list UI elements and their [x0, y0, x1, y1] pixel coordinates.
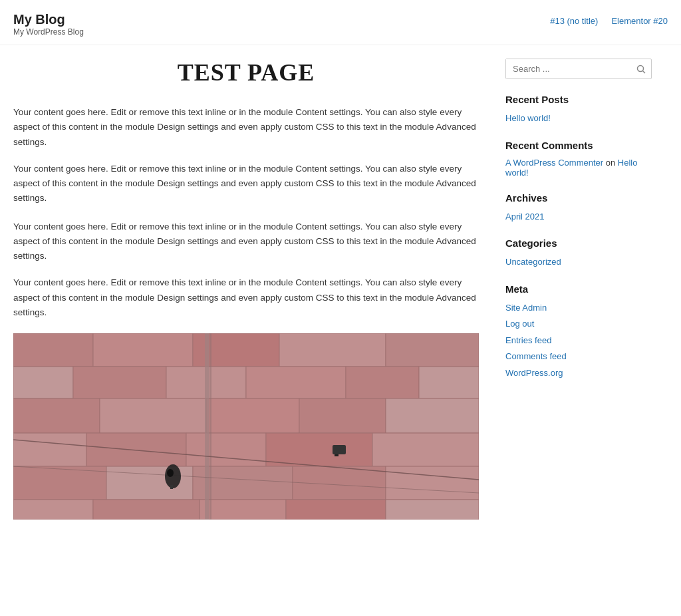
archive-link-1[interactable]: April 2021	[505, 210, 652, 224]
featured-image	[13, 333, 479, 520]
site-title: My Blog	[13, 12, 84, 27]
svg-rect-2	[93, 333, 193, 367]
comment-on-text: on	[603, 158, 618, 168]
svg-rect-39	[333, 445, 346, 454]
svg-rect-15	[299, 398, 386, 433]
site-header: My Blog My WordPress Blog #13 (no title)…	[0, 0, 681, 45]
content-wrapper: TEST PAGE Your content goes here. Edit o…	[0, 45, 681, 520]
recent-comment-item-1: A WordPress Commenter on Hello world!	[505, 158, 652, 178]
svg-rect-21	[372, 433, 479, 466]
site-wrapper: My Blog My WordPress Blog #13 (no title)…	[0, 0, 681, 520]
svg-rect-26	[386, 466, 479, 500]
comment-author-link[interactable]: A WordPress Commenter	[505, 158, 603, 168]
search-input[interactable]	[506, 59, 631, 78]
svg-rect-20	[266, 433, 372, 466]
svg-rect-6	[13, 367, 73, 398]
meta-link-site-admin[interactable]: Site Admin	[505, 301, 652, 315]
svg-rect-5	[386, 333, 479, 367]
svg-rect-22	[13, 466, 106, 500]
meta-link-entries-feed[interactable]: Entries feed	[505, 334, 652, 347]
content-paragraph-1: Your content goes here. Edit or remove t…	[13, 105, 479, 150]
widget-meta: Meta Site Admin Log out Entries feed Com…	[505, 283, 652, 380]
recent-posts-title: Recent Posts	[505, 94, 652, 105]
widget-categories: Categories Uncategorized	[505, 237, 652, 269]
search-button[interactable]	[631, 61, 651, 78]
svg-rect-10	[346, 367, 419, 398]
site-branding: My Blog My WordPress Blog	[13, 12, 84, 37]
widget-archives: Archives April 2021	[505, 192, 652, 224]
nav-link-2[interactable]: Elementor #20	[611, 16, 668, 26]
categories-title: Categories	[505, 237, 652, 249]
svg-rect-40	[335, 454, 339, 456]
meta-link-log-out[interactable]: Log out	[505, 317, 652, 331]
svg-rect-17	[13, 433, 86, 466]
main-content: TEST PAGE Your content goes here. Edit o…	[13, 59, 479, 520]
header-nav: #13 (no title) Elementor #20	[550, 12, 668, 26]
nav-link-1[interactable]: #13 (no title)	[550, 16, 598, 26]
svg-rect-27	[13, 500, 93, 520]
svg-rect-12	[13, 398, 100, 433]
svg-rect-38	[170, 485, 173, 489]
page-title: TEST PAGE	[13, 59, 479, 86]
svg-rect-7	[73, 367, 166, 398]
svg-line-42	[643, 71, 646, 73]
svg-rect-4	[279, 333, 386, 367]
widget-recent-comments: Recent Comments A WordPress Commenter on…	[505, 140, 652, 178]
svg-rect-32	[205, 333, 209, 520]
svg-rect-31	[386, 500, 479, 520]
svg-rect-13	[100, 398, 206, 433]
svg-rect-18	[86, 433, 186, 466]
svg-rect-30	[286, 500, 386, 520]
svg-rect-9	[246, 367, 346, 398]
content-paragraph-3: Your content goes here. Edit or remove t…	[13, 220, 479, 264]
svg-point-37	[167, 469, 174, 477]
search-box	[505, 59, 652, 79]
site-tagline: My WordPress Blog	[13, 27, 84, 37]
widget-recent-posts: Recent Posts Hello world!	[505, 94, 652, 125]
archives-title: Archives	[505, 192, 652, 204]
recent-post-link-1[interactable]: Hello world!	[505, 112, 652, 125]
svg-rect-19	[186, 433, 266, 466]
svg-rect-1	[13, 333, 93, 367]
svg-point-36	[165, 464, 181, 488]
content-paragraph-4: Your content goes here. Edit or remove t…	[13, 275, 479, 320]
svg-rect-29	[200, 500, 286, 520]
content-paragraph-2: Your content goes here. Edit or remove t…	[13, 162, 479, 206]
svg-rect-14	[206, 398, 299, 433]
svg-rect-16	[386, 398, 479, 433]
sidebar: Recent Posts Hello world! Recent Comment…	[505, 59, 652, 520]
category-link-1[interactable]: Uncategorized	[505, 255, 652, 269]
recent-comments-title: Recent Comments	[505, 140, 652, 151]
svg-rect-11	[419, 367, 479, 398]
svg-rect-33	[209, 333, 211, 520]
search-icon	[636, 65, 646, 74]
meta-link-wordpress-org[interactable]: WordPress.org	[505, 367, 652, 380]
svg-rect-28	[93, 500, 200, 520]
svg-point-41	[638, 65, 644, 71]
meta-link-comments-feed[interactable]: Comments feed	[505, 350, 652, 363]
meta-title: Meta	[505, 283, 652, 295]
